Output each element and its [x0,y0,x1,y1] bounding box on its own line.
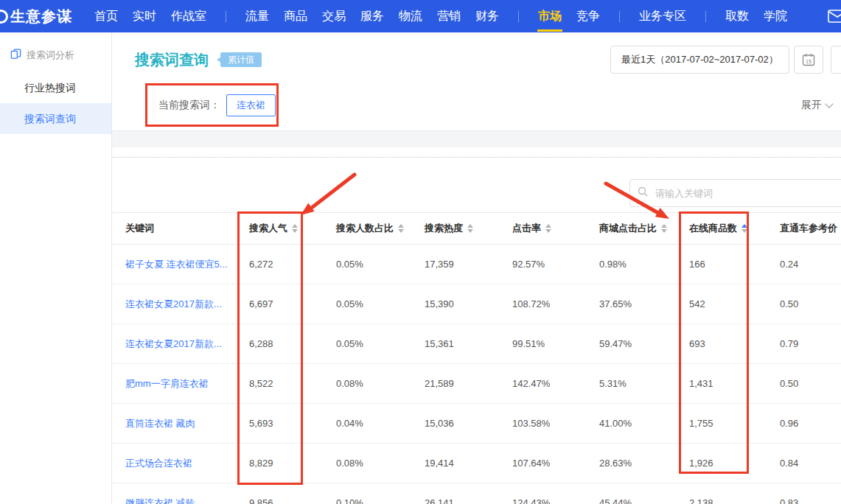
column-header-5[interactable]: 商城点击占比 [586,213,676,245]
table-cell: 92.57% [499,245,586,284]
keyword-cell: 连衣裙女夏2017新款... [112,324,236,364]
brand-name: 生意参谋 [10,7,72,27]
dotted-divider [112,157,841,158]
sort-icon[interactable] [398,224,404,233]
nav-item-9[interactable]: 营销 [430,0,468,32]
brand[interactable]: 生意参谋 [10,7,72,27]
nav-item-17[interactable]: 取数 [718,0,756,32]
table-cell: 21,589 [411,364,499,404]
table-cell: 6,288 [236,324,323,364]
nav-item-1[interactable]: 实时 [125,0,164,32]
nav-divider [705,11,706,22]
column-label: 商城点击占比 [599,222,657,235]
table-cell: 1,926 [676,444,767,483]
mail-icon[interactable] [828,9,841,27]
table-cell: 0.84 [767,444,841,483]
column-header-4[interactable]: 点击率 [499,213,586,245]
column-label: 搜索人气 [249,222,287,235]
table-cell: 59.47% [586,324,676,364]
column-label: 直通车参考价 [780,222,837,235]
sort-icon[interactable] [661,224,667,233]
nav-item-2[interactable]: 作战室 [164,0,214,32]
sort-icon[interactable] [467,224,473,233]
column-label: 关键词 [125,222,154,235]
table-cell: 0.05% [323,324,411,364]
table-cell: 15,390 [411,284,499,324]
calendar-button[interactable]: 15 [794,46,823,74]
column-label: 在线商品数 [689,222,737,235]
keyword-link[interactable]: 正式场合连衣裙 [125,458,192,469]
keyword-cell: 连衣裙女夏2017新款... [112,284,236,324]
keyword-search-input[interactable] [654,187,841,200]
table-cell: 166 [676,245,767,284]
nav-item-12[interactable]: 市场 [531,0,569,32]
table-cell: 2,138 [676,483,767,504]
column-header-0: 关键词 [112,213,236,245]
table-cell: 542 [676,284,767,324]
column-header-7[interactable]: 直通车参考价 [767,213,841,245]
keyword-link[interactable]: 肥mm一字肩连衣裙 [125,378,209,389]
table-cell: 8,829 [236,444,323,483]
table-cell: 9,856 [236,483,323,504]
table-cell: 0.05% [323,284,411,324]
nav-item-18[interactable]: 学院 [756,0,795,32]
nav-item-4[interactable]: 流量 [238,0,276,32]
table-cell: 99.51% [499,324,586,364]
search-icon [638,186,648,200]
table-cell: 0.50 [767,364,841,404]
sort-icon[interactable] [741,224,747,233]
keyword-link[interactable]: 连衣裙女夏2017新款... [125,338,222,349]
table-cell: 15,036 [411,404,499,444]
column-label: 搜索人数占比 [336,222,394,235]
expand-toggle[interactable]: 展开 [801,99,832,112]
nav-item-6[interactable]: 交易 [315,0,353,32]
table-row: 正式场合连衣裙8,8290.08%19,414107.64%28.63%1,92… [112,444,841,483]
brand-logo-icon [0,10,8,24]
table-cell: 17,359 [411,245,499,284]
keyword-link[interactable]: 微胖连衣裙 减龄 [125,497,195,504]
keyword-link[interactable]: 直筒连衣裙 藏肉 [125,418,195,429]
nav-item-8[interactable]: 物流 [391,0,430,32]
sidebar-section-header: 搜索词分析 [0,40,111,65]
keyword-link[interactable]: 连衣裙女夏2017新款... [125,298,222,309]
search-terms-table: 关键词搜索人气搜索人数占比搜索热度点击率商城点击占比在线商品数直通车参考价 裙子… [112,212,841,504]
column-header-6[interactable]: 在线商品数 [676,213,767,245]
table-cell: 28.63% [586,444,676,483]
table-cell: 124.43% [499,483,586,504]
nav-item-10[interactable]: 财务 [468,0,506,32]
table-cell: 0.10% [323,483,411,504]
sort-icon[interactable] [545,224,551,233]
table-cell: 1,755 [676,404,767,444]
keyword-link[interactable]: 裙子女夏 连衣裙便宜5... [125,259,228,270]
table-row: 微胖连衣裙 减龄9,8560.10%26,141124.43%45.44%2,1… [112,483,841,504]
table-cell: 0.04% [323,404,411,444]
table-cell: 0.08% [323,364,411,404]
section-gap [112,131,841,147]
nav-item-7[interactable]: 服务 [353,0,391,32]
date-range-picker[interactable]: 最近1天（2017-07-02~2017-07-02） [610,46,789,74]
table-cell: 19,414 [411,444,499,483]
header-panel: 搜索词查询 累计值 最近1天（2017-07-02~2017-07-02） 15 [112,32,841,131]
sort-icon[interactable] [292,224,298,233]
column-header-2[interactable]: 搜索人数占比 [323,213,411,245]
nav-item-15[interactable]: 业务专区 [632,0,694,32]
table-cell: 6,272 [236,245,323,284]
table-cell: 6,697 [236,284,323,324]
column-header-1[interactable]: 搜索人气 [236,213,323,245]
column-label: 点击率 [512,222,541,235]
nav-item-0[interactable]: 首页 [87,0,125,32]
column-header-3[interactable]: 搜索热度 [411,213,499,245]
page-title: 搜索词查询 [135,50,209,70]
current-keyword-label: 当前搜索词： [158,99,220,112]
current-keyword-chip[interactable]: 连衣裙 [226,94,276,116]
table-row: 连衣裙女夏2017新款...6,6970.05%15,390108.72%37.… [112,284,841,324]
table-cell: 0.98% [586,245,676,284]
nav-item-5[interactable]: 商品 [276,0,315,32]
table-cell: 693 [676,324,767,364]
nav-item-13[interactable]: 竞争 [569,0,607,32]
terminal-select[interactable]: 所有终端 [831,46,841,74]
table-cell: 1,431 [676,364,767,404]
table-cell: 107.64% [499,444,586,483]
sidebar-item-industry-hot-words[interactable]: 行业热搜词 [0,72,111,103]
sidebar-item-search-term-query[interactable]: 搜索词查询 [0,103,111,134]
